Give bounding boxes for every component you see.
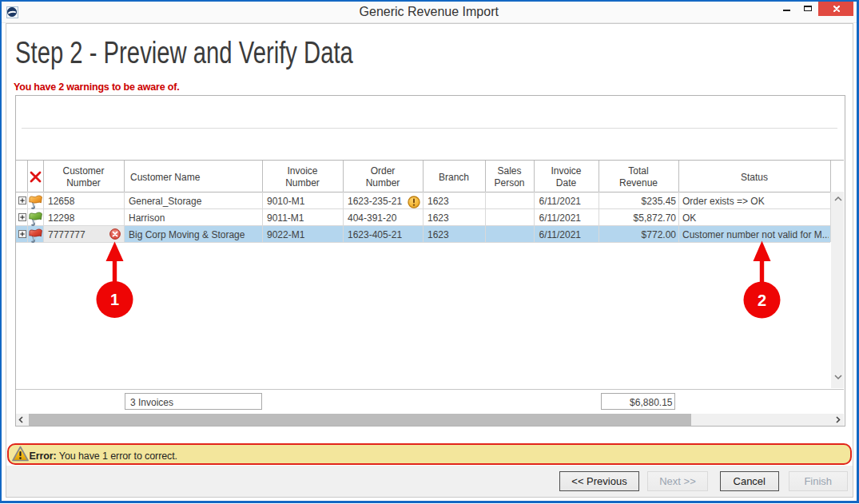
svg-text:2: 2: [758, 292, 766, 309]
svg-text:1: 1: [110, 291, 119, 308]
